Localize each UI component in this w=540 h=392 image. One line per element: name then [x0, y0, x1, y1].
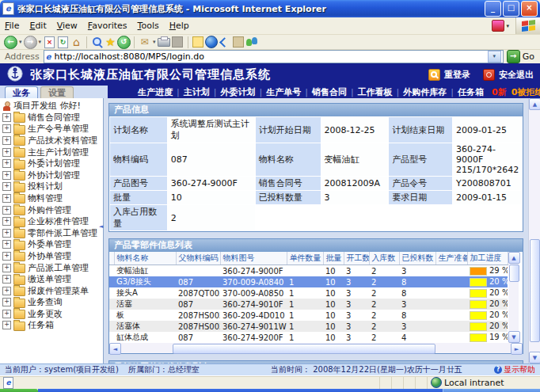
history-button[interactable]: ↺	[117, 36, 131, 49]
back-button[interactable]: ←	[4, 36, 17, 49]
expand-icon[interactable]: +	[2, 229, 11, 238]
nav-item[interactable]: 主计划	[184, 86, 210, 98]
scroll-up-icon[interactable]: ▲	[508, 252, 520, 264]
menu-item-view[interactable]: View	[57, 21, 78, 31]
expand-icon[interactable]: +	[2, 182, 11, 191]
back-dropdown-icon[interactable]: ▾	[19, 39, 22, 45]
expand-icon[interactable]: +	[2, 321, 11, 329]
parts-vscrollbar[interactable]: ▲ ▼	[508, 252, 519, 343]
expand-icon[interactable]: +	[2, 159, 11, 168]
column-header[interactable]: 批量	[323, 252, 344, 265]
column-header[interactable]: 生产准备	[435, 252, 467, 265]
sidebar-item[interactable]: +任务箱	[0, 320, 103, 332]
page-vscrollbar[interactable]: ▲ ▼	[528, 98, 540, 363]
expand-icon[interactable]: +	[2, 310, 11, 318]
expand-icon[interactable]: +	[2, 171, 11, 180]
scroll-thumb[interactable]	[509, 265, 519, 282]
scroll-right-icon[interactable]: ►	[511, 343, 523, 355]
print-button[interactable]	[158, 36, 171, 49]
edit-button[interactable]	[171, 36, 184, 49]
search-button[interactable]	[90, 36, 104, 49]
minimize-button[interactable]: _	[485, 1, 501, 17]
scroll-thumb[interactable]	[173, 344, 435, 354]
column-header[interactable]: 已投料数	[399, 252, 435, 265]
expand-icon[interactable]: +	[2, 194, 11, 203]
column-header[interactable]: 物料图号	[220, 252, 287, 265]
parts-row[interactable]: 变幅油缸360-274-9000F1032329 %	[109, 265, 508, 277]
go-button[interactable]: → Go	[507, 50, 538, 63]
expand-icon[interactable]: +	[2, 124, 11, 133]
home-button[interactable]: ⌂	[70, 36, 83, 49]
parts-hscrollbar[interactable]: ◄ ►	[109, 343, 523, 353]
expand-icon[interactable]: +	[2, 275, 11, 284]
sidebar-item[interactable]: +产品派工单管理	[0, 262, 103, 274]
column-header[interactable]: 加工进度	[467, 252, 508, 265]
column-header[interactable]: 父物料编码	[176, 252, 220, 265]
expand-icon[interactable]: +	[2, 148, 11, 157]
menu-item-tools[interactable]: Tools	[138, 21, 159, 31]
sidebar-item[interactable]: +外委单管理	[0, 239, 103, 251]
stop-button[interactable]: ×	[43, 36, 56, 49]
expand-icon[interactable]: +	[2, 240, 11, 249]
address-url[interactable]: http://localhost:8080/MPS/login.do	[55, 51, 488, 62]
favorites-button[interactable]: ★	[104, 36, 117, 49]
show-help-link[interactable]: ? 显示帮助	[494, 364, 535, 375]
expand-icon[interactable]: +	[2, 264, 11, 272]
relogin-button[interactable]: 重登录	[428, 69, 470, 81]
sidebar-item[interactable]: +业务更改	[0, 308, 103, 320]
sidebar-item[interactable]: +投料计划	[0, 181, 103, 193]
nav-item[interactable]: 外购件库存	[403, 86, 447, 98]
sidebar-item[interactable]: +外购件管理	[0, 204, 103, 216]
close-button[interactable]: ×	[521, 1, 538, 17]
nav-item[interactable]: 任务箱	[458, 86, 484, 98]
menu-item-favorites[interactable]: Favorites	[88, 21, 127, 31]
refresh-button[interactable]: ↻	[56, 36, 70, 49]
forward-dropdown-icon[interactable]: ▾	[39, 39, 42, 45]
nav-item[interactable]: 工作看板	[358, 86, 393, 98]
menu-item-help[interactable]: Help	[169, 21, 189, 31]
expand-icon[interactable]: +	[2, 136, 11, 145]
plugin-dropdown-icon[interactable]: ▾	[506, 23, 509, 29]
sidebar-item[interactable]: +外协计划管理	[0, 169, 103, 181]
expand-icon[interactable]: +	[2, 287, 11, 295]
sidebar-item[interactable]: +零部件派工单管理	[0, 227, 103, 239]
expand-icon[interactable]: +	[2, 113, 11, 122]
parts-row[interactable]: 板2087HS002360-209-4D01011032820 %	[109, 310, 508, 321]
scroll-thumb[interactable]	[530, 239, 540, 342]
forward-button[interactable]: →	[24, 36, 37, 49]
research-button[interactable]	[232, 36, 245, 49]
sidebar-item[interactable]: +缴送单管理	[0, 273, 103, 285]
menu-item-file[interactable]: File	[5, 21, 19, 31]
sidebar-item[interactable]: +产品技术资料管理	[0, 135, 103, 147]
sidebar-item[interactable]: +外协单管理	[0, 250, 103, 262]
notes-button[interactable]	[192, 36, 205, 49]
sidebar-item[interactable]: +报废件管理菜单	[0, 285, 103, 297]
nav-item[interactable]: 销售合同	[312, 86, 347, 98]
sidebar-item[interactable]: +销售合同管理	[0, 112, 103, 124]
nav-item[interactable]: 生产进度	[138, 86, 173, 98]
expand-icon[interactable]: +	[2, 206, 11, 215]
nav-item[interactable]: 生产单号	[266, 86, 301, 98]
sidebar-item[interactable]: +生产令号单管理	[0, 124, 103, 135]
parts-row[interactable]: 活塞体2087HS002360-274-9011W11032320 %	[109, 321, 508, 332]
splitter-collapse-icon[interactable]: ◄	[99, 223, 103, 230]
start-button[interactable]	[0, 389, 38, 392]
expand-icon[interactable]: +	[2, 217, 11, 226]
messenger-globe-button[interactable]	[205, 36, 219, 49]
messenger-button[interactable]	[245, 36, 259, 49]
sidebar-item[interactable]: +物料管理	[0, 192, 103, 204]
expand-icon[interactable]: +	[2, 252, 11, 261]
parts-row[interactable]: 活塞087360-274-9010F11032320 %	[109, 299, 508, 310]
mail-button[interactable]: ✉	[138, 36, 151, 49]
maximize-button[interactable]: □	[503, 1, 519, 17]
address-input[interactable]: e http://localhost:8080/MPS/login.do ▾	[44, 50, 504, 63]
column-header[interactable]: 开工数	[344, 252, 369, 265]
quick-link-button[interactable]	[219, 36, 232, 49]
plugin-icon[interactable]	[492, 20, 504, 32]
scroll-down-icon[interactable]: ▼	[529, 352, 540, 363]
scroll-up-icon[interactable]: ▲	[529, 98, 540, 110]
address-dropdown-icon[interactable]: ▾	[488, 51, 501, 63]
logout-button[interactable]: 安全退出	[483, 69, 534, 81]
nav-item[interactable]: 外委计划	[220, 86, 255, 98]
parts-row[interactable]: 缸体总成087360-274-9200F11032419 %	[109, 332, 508, 343]
